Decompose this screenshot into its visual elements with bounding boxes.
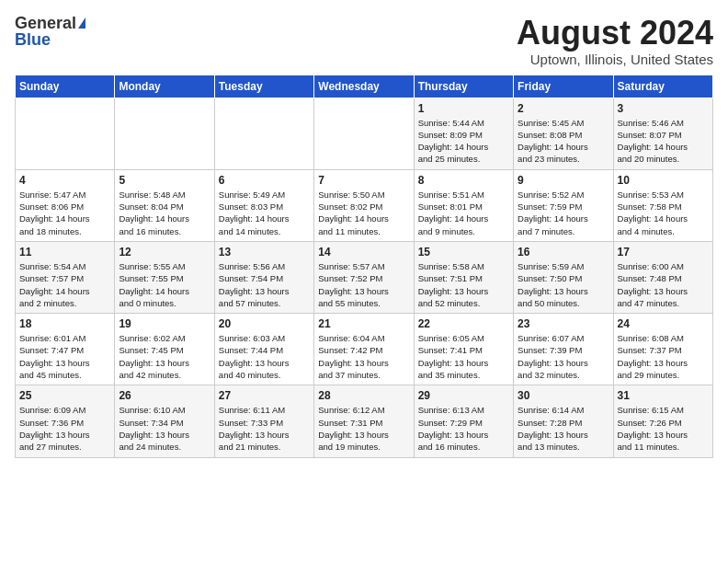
day-number: 26 [119,389,210,402]
location-title: Uptown, Illinois, United States [517,52,713,67]
day-number: 24 [618,317,709,330]
calendar-cell: 18Sunrise: 6:01 AM Sunset: 7:47 PM Dayli… [16,314,115,385]
header-cell-tuesday: Tuesday [214,75,313,98]
day-content: Sunrise: 6:00 AM Sunset: 7:48 PM Dayligh… [618,260,709,309]
day-content: Sunrise: 5:49 AM Sunset: 8:03 PM Dayligh… [219,189,310,237]
day-content: Sunrise: 6:04 AM Sunset: 7:42 PM Dayligh… [318,332,409,381]
calendar-cell: 30Sunrise: 6:14 AM Sunset: 7:28 PM Dayli… [514,385,613,457]
logo-blue-text: Blue [15,31,51,48]
day-content: Sunrise: 6:07 AM Sunset: 7:39 PM Dayligh… [518,332,609,381]
day-number: 8 [418,174,509,187]
calendar-cell: 6Sunrise: 5:49 AM Sunset: 8:03 PM Daylig… [214,169,313,241]
calendar-cell: 16Sunrise: 5:59 AM Sunset: 7:50 PM Dayli… [514,241,613,313]
page-header: General Blue August 2024 Uptown, Illinoi… [15,15,713,67]
day-content: Sunrise: 5:52 AM Sunset: 7:59 PM Dayligh… [518,189,609,237]
day-number: 9 [518,174,609,187]
header-cell-wednesday: Wednesday [314,75,414,98]
calendar-cell: 31Sunrise: 6:15 AM Sunset: 7:26 PM Dayli… [613,385,712,457]
calendar-cell: 25Sunrise: 6:09 AM Sunset: 7:36 PM Dayli… [16,385,115,457]
header-cell-thursday: Thursday [414,75,513,98]
day-content: Sunrise: 5:56 AM Sunset: 7:54 PM Dayligh… [219,260,310,309]
calendar-cell: 29Sunrise: 6:13 AM Sunset: 7:29 PM Dayli… [414,385,513,457]
month-title: August 2024 [517,15,713,52]
header-cell-saturday: Saturday [613,75,712,98]
day-number: 25 [19,389,110,402]
calendar-cell: 28Sunrise: 6:12 AM Sunset: 7:31 PM Dayli… [314,385,414,457]
calendar-cell: 11Sunrise: 5:54 AM Sunset: 7:57 PM Dayli… [16,241,115,313]
day-number: 27 [219,389,310,402]
logo-triangle-icon [78,17,85,29]
day-content: Sunrise: 5:59 AM Sunset: 7:50 PM Dayligh… [518,260,609,309]
day-content: Sunrise: 6:14 AM Sunset: 7:28 PM Dayligh… [518,404,609,453]
calendar-cell [16,98,115,169]
calendar-cell: 9Sunrise: 5:52 AM Sunset: 7:59 PM Daylig… [514,169,613,241]
day-content: Sunrise: 6:15 AM Sunset: 7:26 PM Dayligh… [618,404,709,453]
calendar-table: SundayMondayTuesdayWednesdayThursdayFrid… [15,75,713,458]
day-number: 15 [418,246,509,259]
day-number: 28 [318,389,409,402]
day-content: Sunrise: 5:46 AM Sunset: 8:07 PM Dayligh… [618,117,709,166]
day-content: Sunrise: 5:53 AM Sunset: 7:58 PM Dayligh… [618,189,709,237]
header-cell-friday: Friday [514,75,613,98]
calendar-cell: 14Sunrise: 5:57 AM Sunset: 7:52 PM Dayli… [314,241,414,313]
calendar-cell: 5Sunrise: 5:48 AM Sunset: 8:04 PM Daylig… [115,169,214,241]
calendar-cell: 15Sunrise: 5:58 AM Sunset: 7:51 PM Dayli… [414,241,513,313]
calendar-cell: 4Sunrise: 5:47 AM Sunset: 8:06 PM Daylig… [16,169,115,241]
calendar-cell: 27Sunrise: 6:11 AM Sunset: 7:33 PM Dayli… [214,385,313,457]
calendar-cell [115,98,214,169]
day-content: Sunrise: 6:13 AM Sunset: 7:29 PM Dayligh… [418,404,509,453]
calendar-header: SundayMondayTuesdayWednesdayThursdayFrid… [16,75,713,98]
calendar-week-2: 11Sunrise: 5:54 AM Sunset: 7:57 PM Dayli… [16,241,713,313]
calendar-cell: 21Sunrise: 6:04 AM Sunset: 7:42 PM Dayli… [314,314,414,385]
day-content: Sunrise: 5:45 AM Sunset: 8:08 PM Dayligh… [518,117,609,166]
day-number: 1 [418,102,509,115]
day-number: 30 [518,389,609,402]
day-content: Sunrise: 5:54 AM Sunset: 7:57 PM Dayligh… [19,260,110,309]
calendar-cell: 20Sunrise: 6:03 AM Sunset: 7:44 PM Dayli… [214,314,313,385]
day-number: 21 [318,317,409,330]
day-content: Sunrise: 6:10 AM Sunset: 7:34 PM Dayligh… [119,404,210,453]
calendar-cell: 17Sunrise: 6:00 AM Sunset: 7:48 PM Dayli… [613,241,712,313]
day-content: Sunrise: 5:50 AM Sunset: 8:02 PM Dayligh… [318,189,409,237]
title-block: August 2024 Uptown, Illinois, United Sta… [517,15,713,67]
day-number: 12 [119,246,210,259]
calendar-cell: 26Sunrise: 6:10 AM Sunset: 7:34 PM Dayli… [115,385,214,457]
calendar-cell [214,98,313,169]
day-number: 16 [518,246,609,259]
day-number: 3 [618,102,709,115]
logo: General Blue [15,15,85,48]
day-content: Sunrise: 5:55 AM Sunset: 7:55 PM Dayligh… [119,260,210,309]
day-number: 14 [318,246,409,259]
header-cell-monday: Monday [115,75,214,98]
calendar-week-0: 1Sunrise: 5:44 AM Sunset: 8:09 PM Daylig… [16,98,713,169]
day-content: Sunrise: 5:57 AM Sunset: 7:52 PM Dayligh… [318,260,409,309]
day-number: 17 [618,246,709,259]
day-number: 6 [219,174,310,187]
day-number: 2 [518,102,609,115]
calendar-cell: 8Sunrise: 5:51 AM Sunset: 8:01 PM Daylig… [414,169,513,241]
calendar-cell: 19Sunrise: 6:02 AM Sunset: 7:45 PM Dayli… [115,314,214,385]
day-content: Sunrise: 6:01 AM Sunset: 7:47 PM Dayligh… [19,332,110,381]
calendar-cell: 7Sunrise: 5:50 AM Sunset: 8:02 PM Daylig… [314,169,414,241]
day-content: Sunrise: 6:03 AM Sunset: 7:44 PM Dayligh… [219,332,310,381]
calendar-cell: 1Sunrise: 5:44 AM Sunset: 8:09 PM Daylig… [414,98,513,169]
day-number: 4 [19,174,110,187]
day-content: Sunrise: 5:48 AM Sunset: 8:04 PM Dayligh… [119,189,210,237]
day-content: Sunrise: 6:02 AM Sunset: 7:45 PM Dayligh… [119,332,210,381]
day-content: Sunrise: 5:47 AM Sunset: 8:06 PM Dayligh… [19,189,110,237]
day-content: Sunrise: 6:11 AM Sunset: 7:33 PM Dayligh… [219,404,310,453]
day-content: Sunrise: 6:05 AM Sunset: 7:41 PM Dayligh… [418,332,509,381]
day-number: 31 [618,389,709,402]
day-number: 29 [418,389,509,402]
day-number: 5 [119,174,210,187]
logo-general-text: General [15,15,76,31]
day-content: Sunrise: 5:58 AM Sunset: 7:51 PM Dayligh… [418,260,509,309]
day-number: 23 [518,317,609,330]
day-number: 10 [618,174,709,187]
calendar-cell: 2Sunrise: 5:45 AM Sunset: 8:08 PM Daylig… [514,98,613,169]
calendar-cell: 24Sunrise: 6:08 AM Sunset: 7:37 PM Dayli… [613,314,712,385]
day-content: Sunrise: 6:09 AM Sunset: 7:36 PM Dayligh… [19,404,110,453]
day-number: 13 [219,246,310,259]
calendar-cell [314,98,414,169]
calendar-week-1: 4Sunrise: 5:47 AM Sunset: 8:06 PM Daylig… [16,169,713,241]
